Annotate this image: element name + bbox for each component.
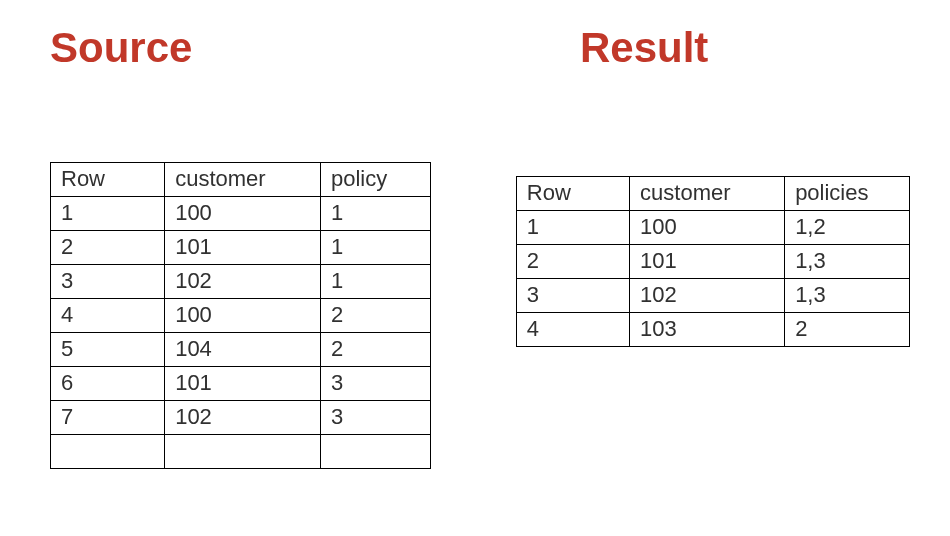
- cell: 3: [516, 279, 629, 313]
- cell: 1: [516, 211, 629, 245]
- cell: 4: [516, 313, 629, 347]
- result-col-row: Row: [516, 177, 629, 211]
- heading-result: Result: [520, 24, 708, 72]
- cell: 102: [165, 265, 321, 299]
- cell: 1: [320, 265, 430, 299]
- table-row: 5 104 2: [51, 333, 431, 367]
- cell: 1,3: [785, 279, 910, 313]
- table-row: 2 101 1: [51, 231, 431, 265]
- table-row: 4 100 2: [51, 299, 431, 333]
- table-row: 3 102 1,3: [516, 279, 909, 313]
- cell: 2: [51, 231, 165, 265]
- cell: 1: [51, 197, 165, 231]
- cell: 100: [165, 299, 321, 333]
- result-col-policies: policies: [785, 177, 910, 211]
- headings-row: Source Result: [40, 24, 910, 72]
- table-row: 1 100 1: [51, 197, 431, 231]
- cell: 101: [165, 231, 321, 265]
- cell: 101: [165, 367, 321, 401]
- cell: 2: [320, 333, 430, 367]
- source-col-customer: customer: [165, 163, 321, 197]
- cell: 5: [51, 333, 165, 367]
- cell: 3: [320, 367, 430, 401]
- cell: 1: [320, 231, 430, 265]
- table-row: 1 100 1,2: [516, 211, 909, 245]
- table-row: 4 103 2: [516, 313, 909, 347]
- cell: 3: [320, 401, 430, 435]
- cell: 1,3: [785, 245, 910, 279]
- table-header-row: Row customer policies: [516, 177, 909, 211]
- cell: 6: [51, 367, 165, 401]
- cell: [165, 435, 321, 469]
- table-row: 3 102 1: [51, 265, 431, 299]
- cell: 2: [785, 313, 910, 347]
- cell: 1,2: [785, 211, 910, 245]
- table-row: 6 101 3: [51, 367, 431, 401]
- heading-source: Source: [40, 24, 520, 72]
- page: Source Result Row customer policy 1 100: [0, 0, 950, 536]
- cell: [51, 435, 165, 469]
- result-table-wrap: Row customer policies 1 100 1,2 2 101 1,…: [516, 176, 910, 347]
- tables-row: Row customer policy 1 100 1 2 101 1: [40, 162, 910, 469]
- source-col-policy: policy: [320, 163, 430, 197]
- cell: 2: [320, 299, 430, 333]
- source-col-row: Row: [51, 163, 165, 197]
- cell: [320, 435, 430, 469]
- cell: 4: [51, 299, 165, 333]
- cell: 2: [516, 245, 629, 279]
- source-table-wrap: Row customer policy 1 100 1 2 101 1: [50, 162, 431, 469]
- table-row: [51, 435, 431, 469]
- cell: 102: [165, 401, 321, 435]
- cell: 100: [165, 197, 321, 231]
- cell: 100: [630, 211, 785, 245]
- table-row: 7 102 3: [51, 401, 431, 435]
- table-row: 2 101 1,3: [516, 245, 909, 279]
- result-table: Row customer policies 1 100 1,2 2 101 1,…: [516, 176, 910, 347]
- source-table: Row customer policy 1 100 1 2 101 1: [50, 162, 431, 469]
- cell: 103: [630, 313, 785, 347]
- result-col-customer: customer: [630, 177, 785, 211]
- cell: 1: [320, 197, 430, 231]
- cell: 104: [165, 333, 321, 367]
- cell: 3: [51, 265, 165, 299]
- cell: 102: [630, 279, 785, 313]
- table-header-row: Row customer policy: [51, 163, 431, 197]
- cell: 7: [51, 401, 165, 435]
- cell: 101: [630, 245, 785, 279]
